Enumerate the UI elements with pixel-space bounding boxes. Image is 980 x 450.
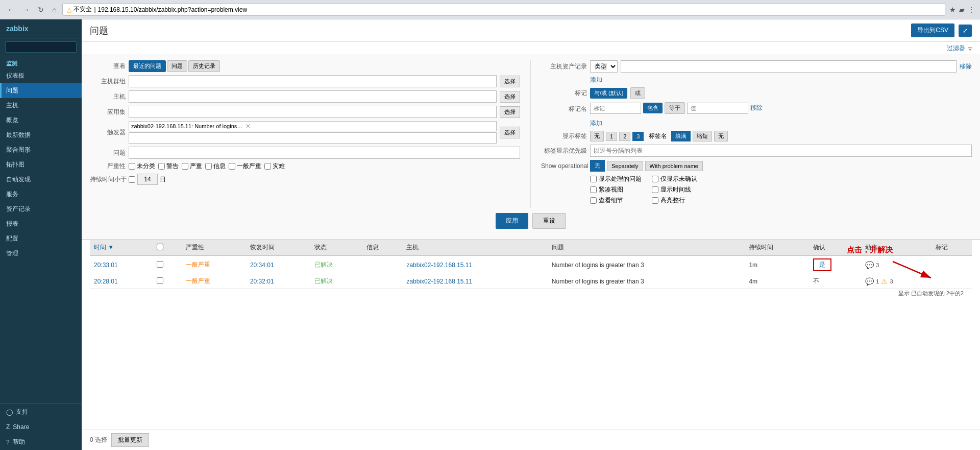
tag-priority-input[interactable]: [590, 145, 972, 157]
extensions-icon[interactable]: ▰: [959, 6, 965, 14]
sidebar-item-help[interactable]: ? 帮助: [0, 434, 82, 450]
show-timeline-label[interactable]: 显示时间线: [652, 185, 703, 194]
trigger-tag-remove-icon[interactable]: ✕: [246, 123, 251, 130]
sidebar-item-admin[interactable]: 管理: [0, 246, 82, 261]
compact-view-checkbox[interactable]: [590, 186, 597, 193]
asset-add-link[interactable]: 添加: [590, 76, 602, 84]
reset-button[interactable]: 重设: [532, 213, 566, 229]
show-tags-1-button[interactable]: 1: [606, 132, 617, 141]
sidebar-item-services[interactable]: 服务: [0, 187, 82, 202]
sidebar-item-autodiscovery[interactable]: 自动发现: [0, 172, 82, 187]
fullscreen-button[interactable]: ⤢: [959, 25, 972, 37]
show-details-checkbox[interactable]: [590, 197, 597, 204]
col-time[interactable]: 时间 ▼: [90, 240, 153, 255]
hostgroup-choose-button[interactable]: 选择: [500, 76, 520, 87]
host-input[interactable]: [129, 90, 497, 103]
tab-problems[interactable]: 问题: [167, 60, 187, 72]
application-input[interactable]: [129, 106, 497, 118]
tag-and-button[interactable]: 与/或 (默认): [590, 88, 627, 99]
duration-checkbox[interactable]: [129, 176, 135, 183]
highlight-row-label[interactable]: 高亮整行: [652, 196, 703, 205]
tag-display-none-button[interactable]: 无: [714, 131, 728, 141]
tag-or-button[interactable]: 或: [630, 87, 645, 99]
tag-value-input[interactable]: [687, 103, 748, 114]
compact-view-label[interactable]: 紧凑视图: [590, 185, 642, 194]
application-choose-button[interactable]: 选择: [500, 106, 520, 118]
ack-yes-button-1[interactable]: 是: [813, 258, 831, 271]
op-separately-button[interactable]: Separately: [607, 161, 643, 171]
sidebar-item-dashboard[interactable]: 仪表板: [0, 68, 82, 83]
show-timeline-checkbox[interactable]: [652, 186, 658, 193]
op-with-problem-button[interactable]: With problem name: [645, 161, 703, 171]
severity-info[interactable]: 信息: [205, 162, 226, 171]
sidebar-item-support[interactable]: ◯ 支持: [0, 404, 82, 420]
hostgroup-input[interactable]: [129, 75, 497, 87]
tag-display-full-button[interactable]: 填满: [671, 131, 691, 141]
action-icon-1[interactable]: 💬: [865, 261, 874, 269]
show-tags-3-button[interactable]: 3: [632, 132, 644, 141]
recovery-time-1[interactable]: 20:34:01: [250, 262, 274, 269]
show-resolved-checkbox[interactable]: [590, 176, 597, 182]
problem-input[interactable]: [129, 147, 520, 159]
show-details-label[interactable]: 查看细节: [590, 196, 642, 205]
address-bar[interactable]: △ 不安全 | 192.168.15.10/zabbix/zabbix.php?…: [62, 3, 945, 16]
action-icon-2b[interactable]: ⚠: [881, 277, 888, 286]
asset-select[interactable]: 类型: [590, 60, 618, 73]
sidebar-search-input[interactable]: [5, 41, 77, 53]
severity-average[interactable]: 一般严重: [229, 162, 261, 171]
home-button[interactable]: ⌂: [50, 5, 58, 15]
sidebar-item-hosts[interactable]: 主机: [0, 98, 82, 113]
sidebar-item-latest-data[interactable]: 最新数据: [0, 128, 82, 143]
sidebar-item-reports[interactable]: 报表: [0, 217, 82, 231]
sidebar-item-share[interactable]: Z Share: [0, 420, 82, 434]
select-all-checkbox[interactable]: [157, 244, 163, 250]
star-icon[interactable]: ★: [949, 6, 956, 14]
trigger-search-input[interactable]: [129, 132, 497, 144]
row-checkbox-2[interactable]: [157, 277, 163, 284]
show-unack-checkbox[interactable]: [652, 176, 658, 182]
reload-button[interactable]: ↻: [36, 5, 46, 15]
sidebar-item-assets[interactable]: 资产记录: [0, 202, 82, 217]
back-button[interactable]: ←: [5, 5, 16, 15]
show-tags-2-button[interactable]: 2: [619, 132, 630, 141]
host-link-2[interactable]: zabbix02-192.168.15.11: [406, 278, 472, 285]
trigger-choose-button[interactable]: 选择: [500, 127, 520, 138]
show-unack-label[interactable]: 仅显示未确认: [652, 175, 703, 183]
time-link-2[interactable]: 20:28:01: [94, 278, 118, 285]
batch-update-button[interactable]: 批量更新: [111, 433, 149, 447]
severity-unclassified[interactable]: 未分类: [129, 162, 155, 171]
menu-icon[interactable]: ⋮: [968, 6, 975, 14]
tab-history[interactable]: 历史记录: [188, 60, 220, 72]
host-choose-button[interactable]: 选择: [500, 91, 520, 103]
apply-button[interactable]: 应用: [496, 213, 528, 229]
severity-critical[interactable]: 严重: [182, 162, 202, 171]
sidebar-item-graphs[interactable]: 聚合图形: [0, 143, 82, 157]
highlight-row-checkbox[interactable]: [652, 197, 658, 204]
action-icon-2[interactable]: 💬: [865, 277, 874, 286]
sidebar-item-problems[interactable]: 问题: [0, 83, 82, 98]
asset-input[interactable]: [621, 60, 957, 73]
tag-display-short-button[interactable]: 缩短: [693, 131, 712, 141]
op-none-button[interactable]: 无: [590, 160, 605, 172]
recovery-time-2[interactable]: 20:32:01: [250, 278, 274, 285]
tag-add-link[interactable]: 添加: [590, 119, 602, 128]
filter-link[interactable]: 过滤器: [947, 44, 965, 53]
tag-name-input[interactable]: [590, 103, 641, 114]
export-csv-button[interactable]: 导出到CSV: [911, 23, 954, 37]
tag-equals-button[interactable]: 等于: [665, 102, 685, 114]
sidebar-item-overview[interactable]: 概览: [0, 113, 82, 128]
show-tags-none-button[interactable]: 无: [590, 131, 604, 141]
duration-input[interactable]: [137, 174, 158, 185]
tag-contains-button[interactable]: 包含: [643, 103, 663, 113]
forward-button[interactable]: →: [20, 5, 32, 15]
asset-remove-link[interactable]: 移除: [960, 62, 972, 71]
host-link-1[interactable]: zabbix02-192.168.15.11: [406, 262, 472, 269]
sidebar-item-config[interactable]: 配置: [0, 231, 82, 246]
tag-remove-link[interactable]: 移除: [750, 104, 763, 112]
show-resolved-label[interactable]: 显示处理的问题: [590, 175, 642, 183]
sidebar-item-topology[interactable]: 拓扑图: [0, 157, 82, 172]
severity-warning[interactable]: 警告: [158, 162, 179, 171]
row-checkbox-1[interactable]: [157, 261, 163, 268]
severity-disaster[interactable]: 灾难: [264, 162, 285, 171]
tab-recent-problems[interactable]: 最近的问题: [129, 60, 166, 72]
